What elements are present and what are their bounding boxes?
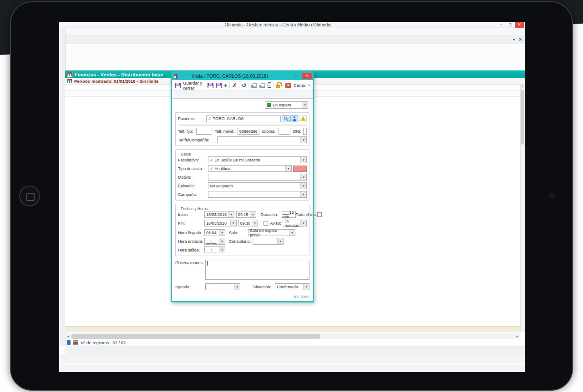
arrival-combo[interactable]: 08:04▾ — [204, 229, 225, 236]
tariff-combo[interactable]: ▾ — [217, 136, 307, 143]
phone-fixed-label: Telf. fijo: — [178, 129, 196, 134]
scroll-down-icon[interactable]: ▾ — [307, 276, 309, 279]
episode-combo[interactable]: No asignado ▾ — [208, 182, 307, 189]
start-time-combo[interactable]: 09:15▾ — [236, 211, 256, 218]
reason-combo[interactable]: ▾ — [208, 174, 307, 181]
phone-mobile-input[interactable]: 66666666 — [238, 128, 259, 135]
room-combo[interactable]: Sala de espera princi▾ — [248, 229, 295, 236]
end-date-combo[interactable]: 16/03/2018▾ — [204, 220, 237, 226]
dialog-close-button[interactable]: ✕ — [302, 73, 312, 79]
doctor-value: Dr. Jesús De mi Corazón — [215, 158, 299, 162]
minimize-button[interactable]: – — [497, 22, 506, 28]
delete-icon[interactable]: ✗ — [232, 82, 237, 89]
save-icon[interactable] — [175, 83, 181, 88]
add-icon[interactable]: + — [224, 82, 228, 89]
chevron-down-icon[interactable]: ▾ — [300, 191, 306, 197]
end-label: Fin: — [178, 221, 204, 226]
language-input[interactable] — [279, 128, 290, 135]
estado-value: En espera — [273, 103, 300, 107]
patient-input[interactable]: ✓ TORO, CARLOS — [206, 116, 281, 122]
chevron-down-icon[interactable]: ▾ — [277, 238, 283, 244]
doctor-combo[interactable]: ✓ Dr. Jesús De mi Corazón ▾ — [208, 156, 307, 163]
entry-label: Hora entrada: — [178, 239, 204, 244]
duration-input[interactable]: ___15 min — [281, 211, 296, 218]
exit-combo[interactable]: __:__▾ — [204, 246, 225, 253]
all-day-checkbox[interactable] — [317, 212, 322, 217]
chevron-down-icon[interactable]: ▾ — [300, 157, 306, 163]
undo-icon[interactable]: ↺ — [242, 82, 246, 89]
print-preview-icon[interactable] — [259, 83, 265, 88]
reminder-combo[interactable]: 15 minutos▾ — [283, 220, 307, 226]
maximize-button[interactable]: □ — [506, 22, 515, 28]
estado-combo[interactable]: En espera ▾ — [265, 101, 308, 109]
search-patient-button[interactable] — [282, 115, 289, 122]
observations-textarea[interactable]: ▴ ▾ — [205, 260, 309, 280]
phone-mobile-value: 66666666 — [239, 129, 258, 134]
chevron-down-icon[interactable]: ▾ — [300, 183, 306, 189]
horizontal-scrollbar[interactable]: ◂ ▸ — [65, 333, 520, 339]
chevron-down-icon[interactable]: ▾ — [289, 230, 295, 236]
warning-button[interactable] — [299, 115, 307, 122]
lock-icon[interactable] — [276, 85, 280, 88]
scroll-right-icon[interactable]: ▸ — [514, 333, 520, 339]
phone-icon[interactable] — [268, 82, 271, 88]
chevron-down-icon[interactable]: ▾ — [230, 220, 236, 226]
situation-combo[interactable]: Confirmada▾ — [275, 283, 309, 290]
dialog-maximize-button[interactable]: □ — [292, 73, 300, 79]
save-as-icon[interactable] — [216, 83, 222, 88]
vertical-scrollbar-thumb[interactable] — [521, 90, 524, 145]
chevron-down-icon[interactable]: ▾ — [250, 211, 256, 217]
tariff-checkbox[interactable] — [211, 138, 215, 142]
dialog-close-label[interactable]: Cerrar — [294, 83, 306, 88]
start-time: 09:15 — [238, 212, 248, 217]
visit-type-combo[interactable]: ✓ Analítica ▾ — [208, 165, 292, 172]
chevron-down-icon[interactable]: ▾ — [228, 211, 234, 217]
chevron-down-icon[interactable]: ▾ — [300, 137, 306, 143]
patient-card-button[interactable] — [290, 115, 298, 122]
app-window: Ofimedic - Gestión médica - Centro Médic… — [59, 22, 525, 372]
reminder-checkbox[interactable] — [264, 221, 268, 226]
toolbar-more-icon[interactable]: ▾ — [308, 83, 310, 87]
agenda-combo[interactable]: ▾ — [205, 283, 240, 290]
tariff-label: Tarifa/Compañía: — [178, 138, 211, 142]
chevron-down-icon[interactable]: ▾ — [302, 102, 308, 108]
collapse-ribbon-icon[interactable]: ▾ — [513, 37, 515, 42]
visit-type-value: Analítica — [215, 166, 284, 171]
agenda-checkbox[interactable] — [207, 285, 211, 289]
dni-input[interactable] — [303, 128, 307, 135]
scroll-left-icon[interactable]: ◂ — [65, 333, 71, 339]
reminder-value: 15 minutos — [284, 219, 299, 228]
tablet-home-button[interactable] — [19, 186, 40, 206]
chevron-down-icon[interactable]: ▾ — [234, 284, 240, 290]
phone-fixed-input[interactable] — [196, 128, 212, 135]
chevron-down-icon[interactable]: ▾ — [303, 284, 309, 290]
reason-label: Motivo: — [178, 175, 208, 180]
campaign-combo[interactable]: ▾ — [208, 191, 307, 198]
vertical-scrollbar[interactable]: ▴ — [520, 85, 525, 332]
horizontal-scrollbar-thumb[interactable] — [71, 334, 320, 339]
save-close-button[interactable]: Guardar y cerrar — [183, 80, 205, 90]
chevron-down-icon[interactable]: ▾ — [300, 174, 306, 180]
save-icon[interactable] — [208, 83, 213, 88]
close-x-icon[interactable]: ✕ — [285, 83, 291, 88]
check-icon: ✓ — [208, 116, 212, 121]
chevron-down-icon[interactable]: ▾ — [219, 230, 225, 236]
scroll-up-icon[interactable]: ▴ — [307, 261, 309, 264]
chevron-down-icon[interactable]: ▾ — [219, 247, 225, 253]
start-date-combo[interactable]: 16/03/2018▾ — [204, 211, 234, 218]
chevron-down-icon[interactable]: ▾ — [252, 220, 258, 226]
view-title: Finanzas - Ventas - Distribución base — [75, 72, 163, 77]
chevron-down-icon[interactable]: ▾ — [285, 166, 291, 171]
office-combo[interactable]: ▾ — [253, 238, 284, 245]
print-icon[interactable] — [251, 83, 257, 88]
chevron-down-icon[interactable]: ▾ — [300, 220, 306, 226]
close-view-icon[interactable]: ✕ — [518, 37, 522, 42]
chevron-down-icon[interactable]: ▾ — [219, 238, 225, 244]
patient-fieldset: Paciente: ✓ TORO, CARLOS Telf. fijo: Tel… — [175, 112, 309, 146]
ribbon-controls[interactable]: ▾✕ — [513, 37, 522, 42]
end-time-combo[interactable]: 09:30▾ — [238, 220, 259, 226]
dialog-minimize-button[interactable]: – — [282, 73, 290, 79]
close-button[interactable]: ✕ — [515, 22, 524, 28]
episode-label: Episodio: — [178, 184, 208, 188]
entry-combo[interactable]: __:__▾ — [204, 238, 225, 245]
